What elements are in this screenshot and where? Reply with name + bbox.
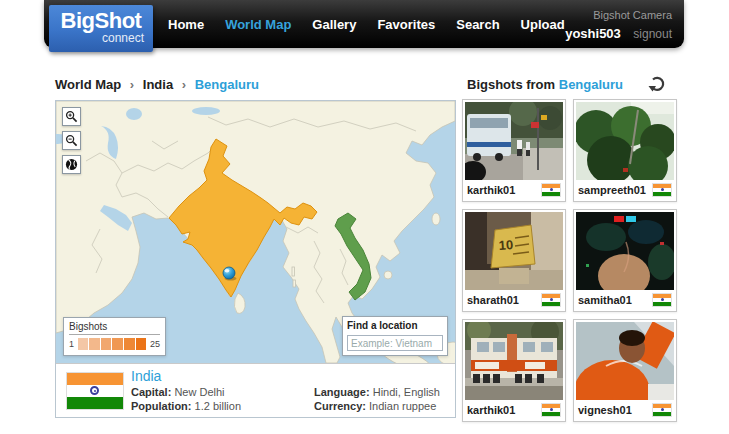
legend-min: 1 <box>69 339 74 349</box>
india-flag-icon <box>652 183 672 197</box>
india-flag-icon <box>541 403 561 417</box>
breadcrumb-separator: › <box>182 77 186 92</box>
find-location-label: Find a location <box>347 320 443 331</box>
ashoka-chakra-icon <box>90 386 99 395</box>
nav-favorites[interactable]: Favorites <box>377 17 435 32</box>
refresh-icon <box>648 76 666 93</box>
legend-max: 25 <box>150 339 160 349</box>
username[interactable]: karthik01 <box>467 404 515 416</box>
globe-icon <box>65 158 78 171</box>
nav-upload[interactable]: Upload <box>521 17 565 32</box>
find-location-input[interactable] <box>347 335 443 351</box>
main-nav: Home World Map Gallery Favorites Search … <box>168 0 565 48</box>
nav-home[interactable]: Home <box>168 17 204 32</box>
population-row: Population: 1.2 billion <box>131 400 241 412</box>
zoom-out-button[interactable] <box>62 131 81 150</box>
logo-title: BigShot <box>49 9 153 32</box>
taiwan <box>432 213 440 225</box>
photo-card: 10 sharath01 <box>462 209 566 312</box>
legend-swatch <box>124 338 135 350</box>
country-info-bar: India Capital: New Delhi Population: 1.2… <box>56 363 455 417</box>
breadcrumb-bengaluru: Bengaluru <box>195 77 259 92</box>
breadcrumb: World Map › India › Bengaluru <box>55 77 259 92</box>
legend-swatch <box>89 338 100 350</box>
hainan <box>384 271 392 279</box>
photo-card: karthik01 <box>462 99 566 202</box>
zoom-in-icon <box>65 110 78 123</box>
photo-thumbnail[interactable] <box>465 322 563 400</box>
currency-row: Currency: Indian ruppee <box>314 400 436 412</box>
legend-swatch <box>78 338 89 350</box>
gallery-location: Bengaluru <box>559 77 623 92</box>
header-account-area: Bigshot Camera yoshi503 signout <box>565 7 672 42</box>
breadcrumb-india[interactable]: India <box>143 77 173 92</box>
photo-thumbnail[interactable] <box>576 322 674 400</box>
username[interactable]: samitha01 <box>578 294 632 306</box>
map-controls <box>62 107 81 179</box>
nav-search[interactable]: Search <box>456 17 499 32</box>
breadcrumb-separator: › <box>130 77 134 92</box>
legend-title: Bigshots <box>69 321 160 335</box>
language-row: Language: Hindi, English <box>314 386 440 398</box>
username[interactable]: vignesh01 <box>578 404 632 416</box>
photo-thumbnail[interactable] <box>465 102 563 180</box>
logo-subtitle: connect <box>49 32 153 45</box>
zoom-out-icon <box>65 134 78 147</box>
gallery-title: Bigshots from Bengaluru <box>467 77 623 92</box>
breadcrumb-world-map[interactable]: World Map <box>55 77 121 92</box>
signout-link[interactable]: signout <box>633 27 672 41</box>
username[interactable]: karthik01 <box>467 184 515 196</box>
india-flag-icon <box>541 293 561 307</box>
refresh-button[interactable] <box>648 76 666 93</box>
svg-text:10: 10 <box>498 237 513 253</box>
india-flag-icon <box>541 183 561 197</box>
photo-thumbnail[interactable]: 10 <box>465 212 563 290</box>
capital-row: Capital: New Delhi <box>131 386 225 398</box>
aral-sea <box>126 108 142 120</box>
nav-gallery[interactable]: Gallery <box>312 17 356 32</box>
photo-card: samitha01 <box>573 209 677 312</box>
india-flag <box>66 372 124 410</box>
india-flag-icon <box>652 403 672 417</box>
bigshot-logo[interactable]: BigShot connect <box>49 5 153 52</box>
world-map[interactable]: Bigshots 1 25 Find a location <box>56 101 455 363</box>
map-panel: Bigshots 1 25 Find a location <box>55 100 456 418</box>
bigshots-legend: Bigshots 1 25 <box>63 317 166 356</box>
legend-swatch <box>101 338 112 350</box>
india-flag-icon <box>652 293 672 307</box>
photo-thumbnail[interactable] <box>576 212 674 290</box>
bigshot-camera-link[interactable]: Bigshot Camera <box>565 7 672 23</box>
andaman-islands <box>293 280 296 287</box>
username-link[interactable]: yoshi503 <box>565 26 621 41</box>
photo-card: sampreeth01 <box>573 99 677 202</box>
legend-swatch <box>136 338 147 350</box>
zoom-in-button[interactable] <box>62 107 81 126</box>
andaman-islands <box>292 267 295 276</box>
legend-swatch <box>112 338 123 350</box>
photo-card: karthik01 <box>462 319 566 422</box>
photo-thumbnail[interactable] <box>576 102 674 180</box>
find-location-box: Find a location <box>342 316 448 357</box>
username[interactable]: sampreeth01 <box>578 184 646 196</box>
bigshot-connect-page: BigShot connect Home World Map Gallery F… <box>0 0 729 434</box>
world-view-button[interactable] <box>62 155 81 174</box>
username[interactable]: sharath01 <box>467 294 519 306</box>
top-navigation-bar: BigShot connect Home World Map Gallery F… <box>44 0 684 48</box>
gallery-grid: karthik01 sampreeth01 <box>462 99 677 422</box>
nav-world-map[interactable]: World Map <box>225 17 291 32</box>
country-name: India <box>131 368 161 384</box>
lake-balkhash <box>192 107 220 115</box>
photo-card: vignesh01 <box>573 319 677 422</box>
